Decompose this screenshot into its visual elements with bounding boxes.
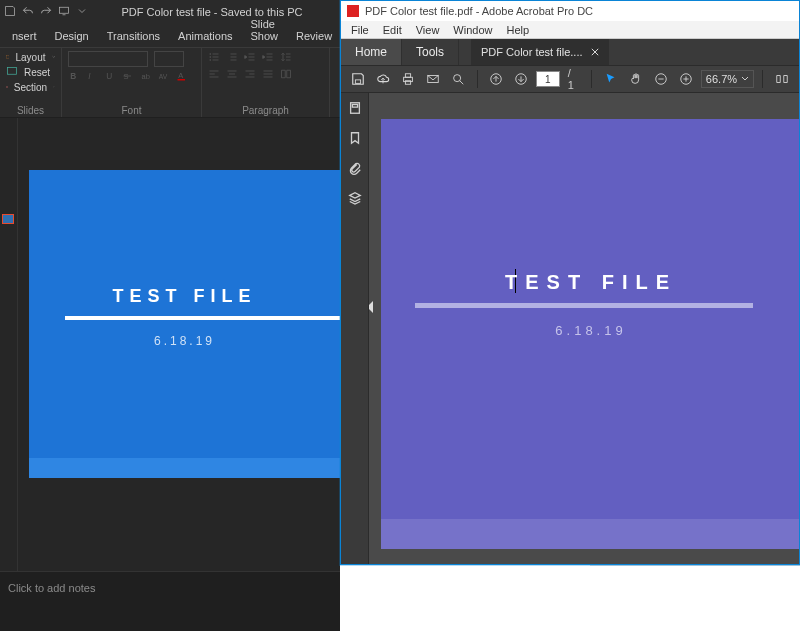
tab-transitions[interactable]: Transitions [99, 26, 168, 47]
slide-date: 6.18.19 [29, 334, 340, 348]
email-icon[interactable] [422, 68, 443, 90]
zoom-out-icon[interactable] [651, 68, 672, 90]
section-button[interactable]: Section [6, 81, 55, 93]
svg-point-13 [210, 53, 212, 55]
ppt-titlebar: PDF Color test file - Saved to this PC [0, 0, 340, 24]
tab-review[interactable]: Review [288, 26, 340, 47]
acr-nav-pane [341, 93, 369, 564]
cloud-share-icon[interactable] [372, 68, 393, 90]
svg-rect-3 [6, 86, 7, 87]
acr-tabs: Home Tools PDF Color test file.... [341, 39, 799, 65]
decrease-indent-icon[interactable] [244, 51, 256, 65]
acr-page[interactable]: TEST FILE 6.18.19 [381, 119, 799, 549]
svg-point-14 [210, 56, 212, 58]
attachments-panel-icon[interactable] [346, 159, 364, 177]
align-right-icon[interactable] [244, 68, 256, 82]
layers-panel-icon[interactable] [346, 189, 364, 207]
paragraph-group-label: Paragraph [208, 103, 323, 116]
font-size-combo[interactable] [154, 51, 184, 67]
save-icon[interactable] [347, 68, 368, 90]
acr-window-title: PDF Color test file.pdf - Adobe Acrobat … [365, 5, 593, 17]
tab-tools[interactable]: Tools [402, 39, 459, 65]
svg-text:AV: AV [159, 73, 168, 80]
search-icon[interactable] [447, 68, 468, 90]
chevron-down-icon [741, 75, 749, 83]
ppt-slide[interactable]: TEST FILE 6.18.19 [29, 170, 340, 478]
columns-icon[interactable] [280, 68, 292, 82]
zoom-combo[interactable]: 66.7% [701, 70, 754, 88]
justify-icon[interactable] [262, 68, 274, 82]
page-number-input[interactable] [536, 71, 560, 87]
acr-canvas[interactable]: TEST FILE 6.18.19 [369, 93, 799, 564]
tab-design[interactable]: Design [46, 26, 96, 47]
ppt-thumbnail-pane[interactable] [0, 118, 18, 571]
tab-animations[interactable]: Animations [170, 26, 240, 47]
italic-icon[interactable]: I [86, 70, 98, 84]
page-title: TEST FILE [381, 271, 799, 294]
separator [591, 70, 592, 88]
layout-button[interactable]: Layout [6, 51, 55, 63]
menu-view[interactable]: View [410, 23, 446, 37]
bold-icon[interactable]: B [68, 70, 80, 84]
underline-icon[interactable]: U [104, 70, 116, 84]
svg-text:B: B [70, 72, 76, 81]
page-total: / 1 [564, 67, 584, 91]
tab-close-icon[interactable] [591, 46, 599, 58]
menu-file[interactable]: File [345, 23, 375, 37]
reset-button[interactable]: Reset [6, 66, 55, 78]
ppt-notes-pane[interactable]: Click to add notes [0, 571, 340, 631]
print-icon[interactable] [397, 68, 418, 90]
svg-point-15 [210, 59, 212, 61]
svg-point-21 [454, 75, 461, 82]
ppt-canvas[interactable]: TEST FILE 6.18.19 [18, 118, 340, 571]
tab-slide-show[interactable]: Slide Show [243, 14, 287, 47]
section-label: Section [14, 82, 47, 93]
svg-rect-27 [352, 105, 357, 108]
prev-page-icon[interactable] [486, 68, 507, 90]
undo-icon[interactable] [22, 5, 34, 19]
svg-rect-2 [8, 68, 17, 75]
page-rule [415, 303, 753, 308]
fit-width-icon[interactable] [771, 68, 793, 90]
tab-insert[interactable]: nsert [4, 26, 44, 47]
svg-rect-18 [405, 74, 410, 78]
line-spacing-icon[interactable] [280, 51, 292, 65]
text-shadow-icon[interactable]: ab [140, 70, 152, 84]
font-name-combo[interactable] [68, 51, 148, 67]
qat-more-icon[interactable] [76, 5, 88, 19]
hand-tool-icon[interactable] [626, 68, 647, 90]
menu-edit[interactable]: Edit [377, 23, 408, 37]
bullets-icon[interactable] [208, 51, 220, 65]
align-left-icon[interactable] [208, 68, 220, 82]
save-icon[interactable] [4, 5, 16, 19]
zoom-in-icon[interactable] [676, 68, 697, 90]
thumbnails-panel-icon[interactable] [346, 99, 364, 117]
svg-text:I: I [88, 72, 91, 81]
ribbon-group-font: B I U S ab AV A Font [62, 48, 202, 117]
menu-window[interactable]: Window [447, 23, 498, 37]
acr-body: TEST FILE 6.18.19 [341, 93, 799, 564]
page-band [381, 519, 799, 549]
slide-thumbnail-1[interactable] [2, 214, 14, 224]
zoom-value: 66.7% [706, 73, 737, 85]
align-center-icon[interactable] [226, 68, 238, 82]
next-page-icon[interactable] [511, 68, 532, 90]
numbering-icon[interactable] [226, 51, 238, 65]
font-color-icon[interactable]: A [176, 70, 188, 84]
menu-help[interactable]: Help [500, 23, 535, 37]
bookmarks-panel-icon[interactable] [346, 129, 364, 147]
svg-text:U: U [106, 72, 112, 81]
selection-tool-icon[interactable] [600, 68, 621, 90]
svg-rect-16 [355, 80, 360, 84]
redo-icon[interactable] [40, 5, 52, 19]
increase-indent-icon[interactable] [262, 51, 274, 65]
tab-home[interactable]: Home [341, 39, 402, 65]
char-spacing-icon[interactable]: AV [158, 70, 170, 84]
acrobat-window: PDF Color test file.pdf - Adobe Acrobat … [340, 0, 800, 565]
start-slideshow-icon[interactable] [58, 5, 70, 19]
strike-icon[interactable]: S [122, 70, 134, 84]
pdf-app-icon [347, 5, 359, 17]
tab-document[interactable]: PDF Color test file.... [471, 39, 608, 65]
ppt-body: TEST FILE 6.18.19 [0, 118, 340, 571]
sidebar-collapse-icon[interactable] [369, 301, 373, 313]
